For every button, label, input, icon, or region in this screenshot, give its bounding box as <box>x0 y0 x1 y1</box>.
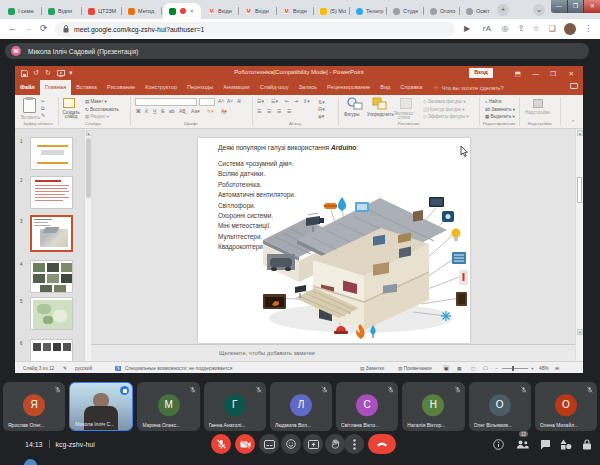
comment-icon[interactable] <box>570 83 578 89</box>
activities-icon[interactable] <box>559 437 573 451</box>
slide-thumb-5[interactable] <box>30 297 73 330</box>
browser-tab-6[interactable]: MВхідн <box>202 3 239 19</box>
mic-button[interactable] <box>211 434 231 454</box>
ppt-signin-button[interactable]: Вход <box>469 68 493 78</box>
notes-button[interactable]: ▤ Заметки <box>360 365 384 371</box>
minimize-button[interactable]: — <box>551 0 568 13</box>
slide-thumb-3-selected[interactable] <box>30 215 73 252</box>
quick-styles-icon[interactable] <box>400 98 412 109</box>
ribbon-tab-design[interactable]: Конструктор <box>140 80 182 95</box>
browser-tab-4[interactable]: Метод <box>122 3 162 19</box>
ppt-restore-icon[interactable]: ❐ <box>550 69 556 78</box>
ribbon-tab-slideshow[interactable]: Слайд-шоу <box>255 80 294 95</box>
bookmark-star-icon[interactable]: ☆ <box>531 24 541 34</box>
change-case-icon[interactable]: Аа▾ <box>191 108 200 114</box>
fit-slide-icon[interactable]: ⊞ <box>555 365 559 371</box>
browser-menu-icon[interactable]: ⋮ <box>583 24 593 34</box>
host-controls-icon[interactable] <box>580 437 594 451</box>
copy-icon[interactable]: ⧉ <box>41 105 45 111</box>
new-slide-icon[interactable] <box>63 98 75 108</box>
shape-outline-button[interactable]: ⬜ Контур фигуры ▾ <box>423 107 465 112</box>
raise-hand-button[interactable] <box>325 434 345 454</box>
shrink-font-icon[interactable]: A˅ <box>227 98 233 104</box>
arrange-icon[interactable] <box>372 97 388 111</box>
scrollbar-down-icon[interactable]: ▼ <box>577 329 583 335</box>
comments-button[interactable]: ▥ Примечания <box>398 365 432 371</box>
thumbnail-scrollbar[interactable]: ▲ <box>84 129 91 361</box>
info-icon[interactable] <box>491 437 505 451</box>
browser-tab-10[interactable]: Телегр <box>350 3 387 19</box>
reset-button[interactable]: ↻ Восстановить <box>85 107 119 112</box>
font-size-combobox[interactable] <box>199 98 215 106</box>
italic-button[interactable]: К <box>145 108 148 114</box>
tab-search-button[interactable]: ⌄ <box>533 4 545 16</box>
paste-button[interactable] <box>23 98 36 113</box>
format-painter-icon[interactable]: ✎ <box>41 112 45 118</box>
browser-tab-13[interactable]: Освіт <box>460 3 494 19</box>
search-icon[interactable]: ◎ <box>500 24 510 34</box>
replace-button[interactable]: ab Заменить ▾ <box>485 107 515 112</box>
tab-close-icon[interactable]: × <box>190 8 194 14</box>
back-button[interactable]: ← <box>8 23 17 33</box>
find-button[interactable]: ⌕ Найти <box>485 99 502 105</box>
align-center-icon[interactable]: ☰ <box>267 108 271 114</box>
participant-tile-8[interactable]: О Олег Вільямов... <box>469 382 531 431</box>
zoom-slider[interactable] <box>502 368 528 369</box>
ribbon-tab-home[interactable]: Главная <box>40 80 71 95</box>
shapes-icon[interactable] <box>346 97 364 111</box>
browser-tab-12[interactable]: Оголо <box>424 3 460 19</box>
sorter-view-icon[interactable]: ▦ <box>457 365 462 371</box>
participant-tile-2-video[interactable]: Микола Ілліч С... <box>69 382 133 431</box>
ribbon-tab-view[interactable]: Вид <box>375 80 395 95</box>
people-icon[interactable] <box>515 437 529 451</box>
participant-tile-7[interactable]: Н Наталія Віктор... <box>402 382 464 431</box>
new-tab-button[interactable]: + <box>497 4 509 16</box>
present-button[interactable] <box>303 434 323 454</box>
tell-me-box[interactable]: ☉Что вы хотите сделать? <box>427 80 503 95</box>
numbering-icon[interactable]: ☱▾ <box>271 98 278 104</box>
zoom-out-icon[interactable]: − <box>495 365 498 371</box>
language-indicator[interactable]: русский <box>75 365 92 371</box>
slide-thumb-4[interactable] <box>30 260 73 293</box>
scrollbar-up-icon[interactable]: ▲ <box>577 130 583 136</box>
slide-thumb-6[interactable] <box>30 339 73 361</box>
zoom-slider-thumb[interactable] <box>512 366 514 371</box>
current-slide[interactable]: Деякі популярні галузі використання Ardu… <box>198 138 470 343</box>
strikethrough-button[interactable]: S <box>161 108 164 114</box>
participant-tile-3[interactable]: М Марина Олекс... <box>137 382 199 431</box>
font-name-combobox[interactable] <box>135 98 197 106</box>
convert-smartart-icon[interactable]: ⬙▾ <box>318 113 324 119</box>
participant-tile-4[interactable]: Г Ганна Анатолі... <box>204 382 266 431</box>
notes-pane[interactable]: Щелкните, чтобы добавить заметки <box>91 344 575 361</box>
side-panel-icon[interactable]: ❏ <box>547 24 557 34</box>
translate-icon[interactable]: гA <box>482 24 492 34</box>
ribbon-tab-animations[interactable]: Анимации <box>218 80 254 95</box>
ribbon-tab-insert[interactable]: Вставка <box>71 80 102 95</box>
slide-thumb-2[interactable] <box>30 176 73 209</box>
indent-less-icon[interactable]: ⇤ <box>285 98 289 104</box>
browser-tab-9[interactable]: (5) Мо <box>314 3 350 19</box>
ribbon-tab-file[interactable]: Файл <box>15 80 40 95</box>
end-call-button[interactable] <box>368 434 396 454</box>
section-button[interactable]: ▦ Раздел ▾ <box>85 114 109 119</box>
ribbon-tab-help[interactable]: Справка <box>395 80 427 95</box>
slide-scrollbar[interactable]: ▲ ▼ <box>575 129 583 361</box>
line-spacing-icon[interactable]: ⇕▾ <box>303 98 310 104</box>
underline-button[interactable]: Ч <box>153 108 156 114</box>
ribbon-tab-draw[interactable]: Рисование <box>102 80 140 95</box>
layout-button[interactable]: ▤ Макет ▾ <box>85 99 107 104</box>
slideshow-view-icon[interactable]: 🖵 <box>483 365 488 371</box>
ribbon-tab-record[interactable]: Запись <box>294 80 322 95</box>
browser-tab-3[interactable]: ЦТ23М <box>82 3 122 19</box>
select-button[interactable]: ▦ Выделить ▾ <box>485 114 515 119</box>
participant-tile-1[interactable]: Я Ярослав Олег... <box>3 382 65 431</box>
participant-tile-9[interactable]: О Олена Михайл... <box>535 382 597 431</box>
bold-button[interactable]: Ж <box>136 108 141 114</box>
zoom-level[interactable]: 48% <box>539 365 549 371</box>
ppt-close-icon[interactable]: ✕ <box>569 69 574 78</box>
ribbon-tab-review[interactable]: Рецензирование <box>322 80 375 95</box>
participant-tile-6[interactable]: С Світлана Вікто... <box>336 382 398 431</box>
highlight-icon[interactable]: ✎▾ <box>207 108 214 114</box>
address-bar[interactable]: meet.google.com/kcg-zshv-hui?authuser=1 <box>55 22 455 37</box>
spell-check-icon[interactable]: ✎ <box>63 365 67 371</box>
